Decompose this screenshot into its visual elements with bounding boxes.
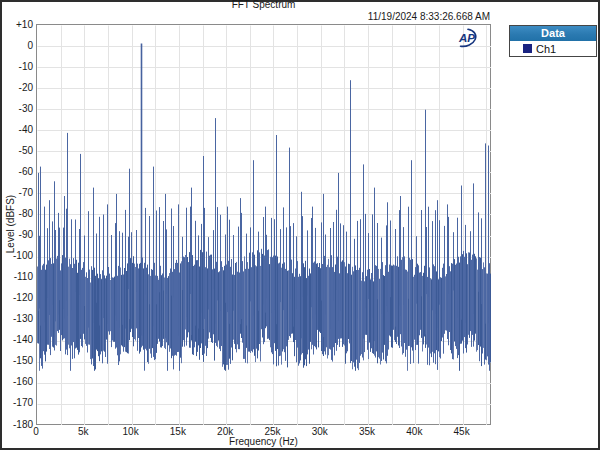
y-tick-label: -140: [0, 334, 33, 346]
timestamp-label: 11/19/2024 8:33:26.668 AM: [368, 11, 490, 22]
x-tick-label: 30k: [298, 426, 342, 437]
y-tick-label: -110: [0, 271, 33, 283]
y-tick-label: -100: [0, 250, 33, 262]
x-tick-label: 0: [14, 426, 58, 437]
x-tick-label: 45k: [440, 426, 484, 437]
x-tick-label: 40k: [392, 426, 436, 437]
spectrum-plot: [36, 24, 491, 425]
y-tick-label: -60: [0, 166, 33, 178]
y-tick-label: 0: [0, 40, 33, 52]
plot-area[interactable]: [36, 24, 491, 425]
legend-swatch-ch1: [523, 44, 532, 53]
x-tick-label: 15k: [156, 426, 200, 437]
chart-title: FFT Spectrum: [36, 0, 491, 10]
x-tick-label: 20k: [203, 426, 247, 437]
y-tick-label: -80: [0, 208, 33, 220]
y-tick-label: -70: [0, 187, 33, 199]
y-axis-title: Level (dBFS): [5, 189, 17, 259]
ap-logo-icon: AP: [454, 27, 488, 51]
svg-text:AP: AP: [458, 32, 475, 44]
y-tick-label: -40: [0, 124, 33, 136]
legend-label-ch1: Ch1: [536, 43, 556, 55]
legend-header: Data: [510, 26, 596, 41]
y-tick-label: -160: [0, 376, 33, 388]
legend-panel: Data Ch1: [509, 25, 597, 57]
y-tick-label: -50: [0, 145, 33, 157]
y-tick-label: -20: [0, 82, 33, 94]
y-tick-label: +10: [0, 19, 33, 31]
y-tick-label: -10: [0, 61, 33, 73]
y-tick-label: -30: [0, 103, 33, 115]
x-axis-title: Frequency (Hz): [36, 436, 491, 447]
y-tick-label: -150: [0, 355, 33, 367]
y-tick-label: -90: [0, 229, 33, 241]
x-tick-label: 35k: [345, 426, 389, 437]
y-tick-label: -170: [0, 397, 33, 409]
x-tick-label: 10k: [109, 426, 153, 437]
x-tick-label: 25k: [250, 426, 294, 437]
y-tick-label: -120: [0, 292, 33, 304]
x-tick-label: 5k: [61, 426, 105, 437]
legend-item-ch1[interactable]: Ch1: [510, 41, 596, 56]
y-tick-label: -130: [0, 313, 33, 325]
